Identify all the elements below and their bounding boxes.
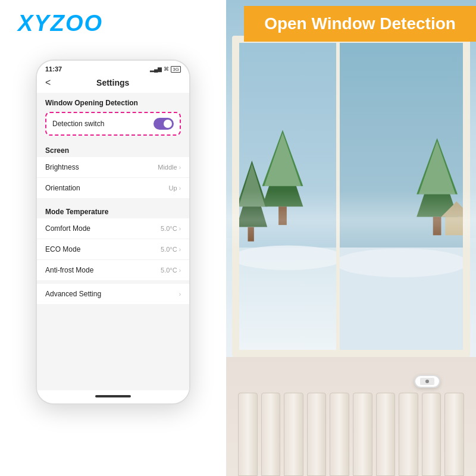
settings-content: Window Opening Detection Detection switc…: [37, 93, 189, 390]
advanced-setting-row[interactable]: Advanced Setting ›: [37, 284, 189, 304]
advanced-section: Advanced Setting ›: [37, 284, 189, 304]
status-icons: ▂▄▆ ⌘ 3G: [150, 66, 181, 73]
advanced-group: Advanced Setting ›: [37, 284, 189, 304]
window-opening-title: Window Opening Detection: [37, 93, 189, 109]
orientation-chevron: ›: [179, 185, 181, 192]
orientation-label: Orientation: [45, 184, 80, 192]
rad-col-3: [284, 393, 303, 476]
banner-text: Open Window Detection: [264, 14, 456, 33]
eco-mode-value: 5.0°C ›: [161, 246, 181, 253]
mist: [226, 190, 476, 250]
brightness-row[interactable]: Brightness Middle ›: [37, 157, 189, 178]
screen-group: Brightness Middle › Orientation Up ›: [37, 157, 189, 198]
nav-title: Settings: [57, 78, 169, 87]
orientation-row[interactable]: Orientation Up ›: [37, 178, 189, 198]
wifi-icon: ⌘: [164, 66, 169, 72]
orientation-value: Up ›: [169, 184, 181, 192]
rad-col-10: [444, 393, 464, 476]
brightness-chevron: ›: [179, 164, 181, 171]
logo: XYZOO: [18, 11, 103, 36]
screen-section: Screen Brightness Middle › Orientation: [37, 140, 189, 198]
home-bar: [37, 390, 189, 401]
nav-bar: < Settings: [37, 75, 189, 93]
orientation-val-text: Up: [169, 184, 177, 192]
advanced-setting-label: Advanced Setting: [45, 290, 101, 298]
device-screen: [420, 378, 434, 385]
home-indicator: [95, 395, 131, 397]
detection-switch-row[interactable]: Detection switch: [45, 112, 181, 136]
mode-temp-section: Mode Temperature Comfort Mode 5.0°C › EC…: [37, 202, 189, 280]
svg-point-19: [340, 249, 463, 277]
brightness-value: Middle ›: [158, 164, 181, 171]
eco-mode-label: ECO Mode: [45, 245, 80, 253]
mode-temp-group: Comfort Mode 5.0°C › ECO Mode 5.0°C ›: [37, 218, 189, 280]
rad-col-8: [399, 393, 418, 476]
mode-temp-title: Mode Temperature: [37, 202, 189, 218]
rad-col-7: [376, 393, 396, 476]
comfort-mode-value: 5.0°C ›: [161, 225, 181, 232]
eco-mode-row[interactable]: ECO Mode 5.0°C ›: [37, 239, 189, 260]
eco-mode-val-text: 5.0°C: [161, 246, 177, 253]
status-bar: 11:37 ▂▄▆ ⌘ 3G: [37, 61, 189, 75]
battery-icon: 3G: [171, 66, 181, 73]
right-panel: [226, 0, 476, 476]
rad-col-2: [261, 393, 281, 476]
radiator-area: [226, 357, 476, 476]
comfort-mode-chevron: ›: [179, 226, 181, 232]
antifrost-mode-chevron: ›: [179, 267, 181, 274]
advanced-setting-chevron: ›: [179, 291, 181, 298]
rad-col-1: [238, 393, 258, 476]
rad-col-6: [353, 393, 372, 476]
antifrost-mode-val-text: 5.0°C: [161, 267, 177, 274]
device-dot: [425, 380, 429, 383]
rad-col-5: [330, 393, 349, 476]
comfort-mode-row[interactable]: Comfort Mode 5.0°C ›: [37, 218, 189, 239]
left-panel: 11:37 ▂▄▆ ⌘ 3G < Settings Window Opening…: [0, 0, 226, 476]
brightness-label: Brightness: [45, 163, 79, 171]
comfort-mode-val-text: 5.0°C: [161, 225, 177, 232]
brightness-val-text: Middle: [158, 164, 177, 171]
scene: [226, 0, 476, 476]
back-button[interactable]: <: [45, 77, 51, 88]
phone-mockup: 11:37 ▂▄▆ ⌘ 3G < Settings Window Opening…: [36, 60, 190, 405]
antifrost-mode-value: 5.0°C ›: [161, 267, 181, 274]
banner: Open Window Detection: [244, 6, 476, 42]
rad-col-4: [307, 393, 327, 476]
screen-title: Screen: [37, 140, 189, 157]
status-time: 11:37: [45, 65, 62, 73]
smart-thermostat: [414, 375, 440, 388]
antifrost-mode-row[interactable]: Anti-frost Mode 5.0°C ›: [37, 260, 189, 280]
rad-col-9: [422, 393, 441, 476]
advanced-setting-value: ›: [179, 291, 181, 298]
radiator: [238, 387, 464, 476]
signal-icon: ▂▄▆: [150, 66, 162, 72]
window-opening-section: Window Opening Detection Detection switc…: [37, 93, 189, 136]
detection-toggle[interactable]: [154, 118, 174, 130]
comfort-mode-label: Comfort Mode: [45, 224, 90, 233]
detection-switch-label: Detection switch: [52, 120, 104, 128]
antifrost-mode-label: Anti-frost Mode: [45, 266, 93, 274]
eco-mode-chevron: ›: [179, 246, 181, 253]
